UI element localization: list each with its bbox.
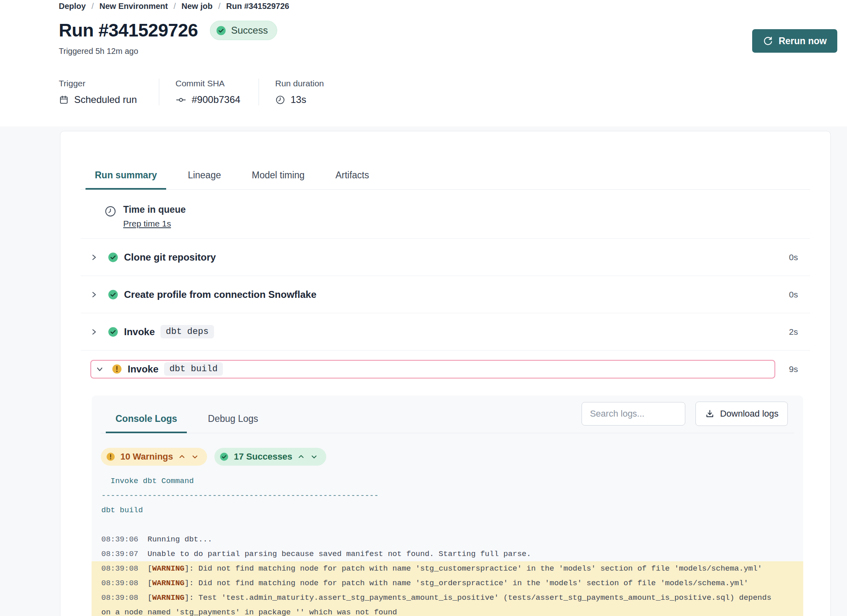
step-title: Clone git repository <box>124 252 216 263</box>
success-check-icon <box>219 452 229 462</box>
log-timestamp: 08:39:08 <box>101 564 138 573</box>
log-line: 08:39:07 Unable to do partial parsing be… <box>92 547 803 561</box>
meta-trigger: Trigger Scheduled run <box>59 79 159 105</box>
run-duration-value: 13s <box>291 94 306 105</box>
run-meta: Trigger Scheduled run Commit SHA #900b73… <box>59 79 847 105</box>
run-summary-card: Run summary Lineage Model timing Artifac… <box>60 131 831 616</box>
step-duration: 2s <box>783 327 798 337</box>
status-badge: Success <box>210 21 277 40</box>
tab-lineage[interactable]: Lineage <box>178 170 230 190</box>
step-row-create-profile[interactable]: Create profile from connection Snowflake… <box>60 276 830 313</box>
log-timestamp: 08:39:06 <box>101 535 138 544</box>
tab-debug-logs[interactable]: Debug Logs <box>198 413 268 433</box>
success-check-icon <box>107 252 119 263</box>
queue-clock-icon <box>104 205 117 229</box>
chevron-down-icon[interactable] <box>96 366 103 373</box>
chevron-right-icon[interactable] <box>90 328 98 336</box>
calendar-icon <box>59 95 69 105</box>
meta-commit: Commit SHA #900b7364 <box>159 79 259 105</box>
breadcrumb-separator: / <box>92 2 94 11</box>
chevron-right-icon[interactable] <box>90 291 98 298</box>
log-line: dbt build <box>92 503 803 518</box>
successes-prev-icon[interactable] <box>297 453 305 461</box>
prep-time-link[interactable]: Prep time 1s <box>123 219 186 229</box>
success-check-icon <box>107 326 119 338</box>
meta-duration: Run duration 13s <box>259 79 341 105</box>
console-log-lines: Invoke dbt Command----------------------… <box>92 474 803 616</box>
step-duration: 9s <box>783 364 798 374</box>
trigger-value: Scheduled run <box>74 94 137 105</box>
log-line: Invoke dbt Command <box>92 474 803 488</box>
download-logs-button[interactable]: Download logs <box>695 402 788 426</box>
status-badge-label: Success <box>231 25 268 36</box>
log-line: 08:39:08 [WARNING]: Test 'test.admin_mat… <box>92 590 803 605</box>
breadcrumb-item-job[interactable]: New job <box>182 2 213 11</box>
rerun-icon <box>763 36 773 46</box>
log-line: 08:39:08 [WARNING]: Did not find matchin… <box>92 576 803 590</box>
log-header: Console Logs Debug Logs Download logs <box>101 396 794 433</box>
warning-tag: WARNING <box>152 564 184 573</box>
page-title: Run #341529726 <box>59 20 198 41</box>
step-title: Invoke <box>128 364 158 375</box>
rerun-button-label: Rerun now <box>779 36 827 47</box>
time-in-queue-section: Time in queue Prep time 1s <box>60 190 830 229</box>
success-check-icon <box>216 25 227 36</box>
successes-badge[interactable]: 17 Successes <box>214 448 326 466</box>
step-title: Invoke <box>124 326 155 338</box>
log-timestamp: 08:39:08 <box>101 593 138 602</box>
step-duration: 0s <box>783 290 798 299</box>
success-check-icon <box>107 289 119 300</box>
step-command-chip: dbt build <box>164 362 223 376</box>
commit-icon <box>175 94 186 105</box>
warning-icon <box>111 364 122 374</box>
warning-tag: WARNING <box>152 579 184 588</box>
log-line <box>92 518 803 532</box>
step-command-chip: dbt deps <box>160 325 214 338</box>
breadcrumb-item-deploy[interactable]: Deploy <box>59 2 86 11</box>
page-header: Deploy / New Environment / New job / Run… <box>0 0 847 126</box>
log-line: ----------------------------------------… <box>92 488 803 503</box>
tab-artifacts[interactable]: Artifacts <box>326 170 379 190</box>
triggered-timestamp: Triggered 5h 12m ago <box>59 47 847 56</box>
run-tabs: Run summary Lineage Model timing Artifac… <box>81 131 810 190</box>
successes-badge-label: 17 Successes <box>234 451 292 462</box>
step-duration: 0s <box>783 252 798 262</box>
log-filter-badges: 10 Warnings 17 Successes <box>101 448 803 466</box>
tab-model-timing[interactable]: Model timing <box>242 170 314 190</box>
trigger-label: Trigger <box>59 79 142 88</box>
tab-run-summary[interactable]: Run summary <box>86 170 166 190</box>
step-row-clone-git[interactable]: Clone git repository 0s <box>60 239 830 276</box>
warnings-badge-label: 10 Warnings <box>120 451 173 462</box>
log-timestamp: 08:39:07 <box>101 550 138 558</box>
download-icon <box>705 409 715 419</box>
commit-sha-value: #900b7364 <box>192 94 240 105</box>
breadcrumb-separator: / <box>173 2 176 11</box>
breadcrumb-current: Run #341529726 <box>226 2 289 11</box>
breadcrumb: Deploy / New Environment / New job / Run… <box>59 0 847 11</box>
commit-sha-label: Commit SHA <box>175 79 242 88</box>
download-logs-label: Download logs <box>720 409 779 419</box>
warnings-prev-icon[interactable] <box>178 453 186 461</box>
log-line: 08:39:08 [WARNING]: Did not find matchin… <box>92 561 803 576</box>
log-line-continuation: on a node named 'stg_payments' in packag… <box>92 605 803 616</box>
log-timestamp: 08:39:08 <box>101 579 138 588</box>
log-panel: Console Logs Debug Logs Download logs 10… <box>92 396 803 616</box>
chevron-right-icon[interactable] <box>90 254 98 261</box>
rerun-now-button[interactable]: Rerun now <box>752 29 837 53</box>
warning-tag: WARNING <box>152 593 184 602</box>
expanded-step-outline[interactable]: Invoke dbt build <box>90 360 775 379</box>
warning-icon <box>106 452 116 462</box>
time-in-queue-title: Time in queue <box>123 204 186 215</box>
breadcrumb-separator: / <box>218 2 220 11</box>
step-row-dbt-build[interactable]: Invoke dbt build 9s <box>60 351 830 387</box>
step-title: Create profile from connection Snowflake <box>124 289 317 300</box>
step-row-dbt-deps[interactable]: Invoke dbt deps 2s <box>60 313 830 350</box>
search-logs-input[interactable] <box>582 402 685 426</box>
tab-console-logs[interactable]: Console Logs <box>106 413 187 433</box>
clock-icon <box>275 95 285 105</box>
successes-next-icon[interactable] <box>310 453 318 461</box>
log-line: 08:39:06 Running dbt... <box>92 532 803 547</box>
breadcrumb-item-environment[interactable]: New Environment <box>99 2 168 11</box>
warnings-next-icon[interactable] <box>191 453 199 461</box>
warnings-badge[interactable]: 10 Warnings <box>101 448 207 466</box>
